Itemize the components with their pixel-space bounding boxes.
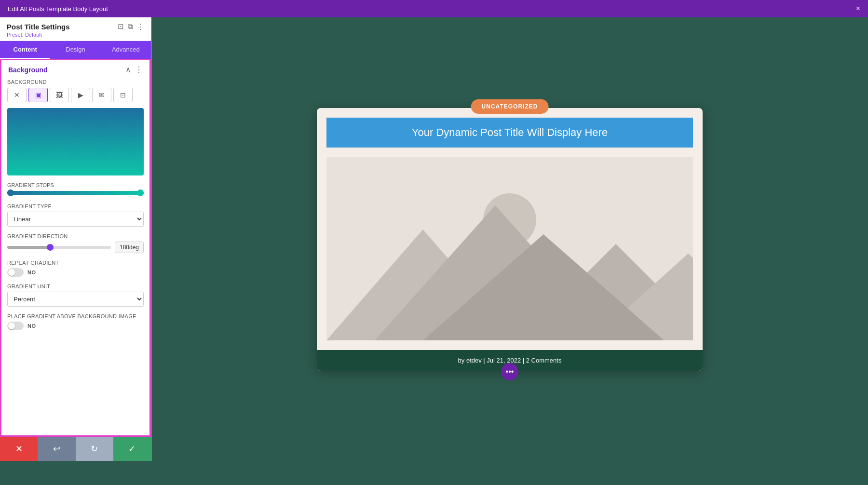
place-gradient-field: Place Gradient Above Background Image NO <box>7 313 144 330</box>
title-bar-label: Edit All Posts Template Body Layout <box>8 5 108 13</box>
gradient-unit-select[interactable]: Percent Pixels <box>7 292 144 307</box>
section-header: Background ∧ ⋮ <box>1 60 149 79</box>
place-gradient-row: NO <box>7 322 144 330</box>
gradient-preview <box>7 108 144 175</box>
background-field-label: Background <box>7 79 144 85</box>
repeat-gradient-field: Repeat Gradient NO <box>7 260 144 277</box>
canvas-area: UNCATEGORIZED Your Dynamic Post Title Wi… <box>151 17 868 461</box>
gradient-stops-track[interactable] <box>7 191 144 195</box>
cancel-button[interactable]: ✕ <box>0 437 38 461</box>
bg-type-none[interactable]: ✕ <box>7 88 27 102</box>
gradient-stop-left[interactable] <box>7 189 14 196</box>
sidebar-content: Background ∧ ⋮ Background ✕ ▣ 🖼 ▶ ✉ ⊡ <box>0 59 151 437</box>
gradient-type-select[interactable]: Linear Radial <box>7 212 144 227</box>
background-section: Background ✕ ▣ 🖼 ▶ ✉ ⊡ Gradient Stops <box>1 79 149 343</box>
undo-button[interactable]: ↩ <box>38 437 75 461</box>
section-menu-icon[interactable]: ⋮ <box>135 65 143 74</box>
repeat-gradient-label: Repeat Gradient <box>7 260 144 266</box>
place-gradient-toggle-label: NO <box>27 323 36 329</box>
close-button[interactable]: × <box>856 4 860 13</box>
gradient-stop-right[interactable] <box>137 189 144 196</box>
gradient-stops-field: Gradient Stops <box>7 182 144 195</box>
panel-title: Post Title Settings <box>7 23 70 31</box>
save-button[interactable]: ✓ <box>113 437 151 461</box>
placeholder-svg <box>326 157 693 340</box>
redo-button[interactable]: ↻ <box>76 437 113 461</box>
tab-advanced[interactable]: Advanced <box>101 41 151 59</box>
place-gradient-toggle[interactable] <box>7 322 24 330</box>
dots-button[interactable]: ••• <box>501 363 518 380</box>
bg-type-map[interactable]: ⊡ <box>113 88 133 102</box>
place-gradient-toggle-knob <box>8 323 15 329</box>
place-gradient-label: Place Gradient Above Background Image <box>7 313 144 319</box>
layout-icon[interactable]: ⧉ <box>128 22 133 31</box>
bg-type-video[interactable]: ▶ <box>71 88 90 102</box>
tab-content[interactable]: Content <box>0 41 50 59</box>
sidebar: Post Title Settings ⊡ ⧉ ⋮ Preset: Defaul… <box>0 17 151 461</box>
post-card: UNCATEGORIZED Your Dynamic Post Title Wi… <box>317 108 703 371</box>
gradient-unit-label: Gradient Unit <box>7 283 144 289</box>
post-title-bar: Your Dynamic Post Title Will Display Her… <box>326 118 693 148</box>
tabs-bar: Content Design Advanced <box>0 41 151 59</box>
repeat-gradient-row: NO <box>7 268 144 277</box>
repeat-gradient-toggle[interactable] <box>7 268 24 277</box>
direction-fill <box>7 246 49 249</box>
gradient-direction-row: 180deg <box>7 242 144 253</box>
repeat-gradient-toggle-label: NO <box>27 269 36 275</box>
section-title: Background <box>8 66 48 74</box>
panel-title-icons: ⊡ ⧉ ⋮ <box>118 22 144 31</box>
bottom-toolbar: ✕ ↩ ↻ ✓ <box>0 437 151 461</box>
gradient-type-field: Gradient Type Linear Radial <box>7 203 144 227</box>
more-icon[interactable]: ⋮ <box>137 22 144 31</box>
sync-icon[interactable]: ⊡ <box>118 22 124 31</box>
gradient-stops-label: Gradient Stops <box>7 182 144 188</box>
toggle-knob <box>8 269 15 276</box>
collapse-icon[interactable]: ∧ <box>125 65 131 74</box>
direction-track[interactable] <box>7 246 111 249</box>
uncategorized-badge: UNCATEGORIZED <box>471 99 549 114</box>
gradient-direction-label: Gradient Direction <box>7 233 144 239</box>
direction-thumb[interactable] <box>47 244 54 251</box>
bg-type-pattern[interactable]: ✉ <box>92 88 111 102</box>
gradient-direction-field: Gradient Direction 180deg <box>7 233 144 253</box>
post-image-placeholder <box>326 157 693 340</box>
gradient-type-label: Gradient Type <box>7 203 144 209</box>
title-bar: Edit All Posts Template Body Layout × <box>0 0 868 17</box>
direction-slider-wrap <box>7 246 111 249</box>
direction-value[interactable]: 180deg <box>115 242 144 253</box>
gradient-unit-field: Gradient Unit Percent Pixels <box>7 283 144 307</box>
panel-header: Post Title Settings ⊡ ⧉ ⋮ Preset: Defaul… <box>0 17 151 41</box>
tab-design[interactable]: Design <box>50 41 100 59</box>
bg-type-gradient[interactable]: ▣ <box>28 88 48 102</box>
bg-type-image[interactable]: 🖼 <box>50 88 69 102</box>
bg-type-buttons: ✕ ▣ 🖼 ▶ ✉ ⊡ <box>7 88 144 102</box>
preset-label[interactable]: Preset: Default <box>7 32 144 38</box>
section-header-icons: ∧ ⋮ <box>125 65 143 74</box>
